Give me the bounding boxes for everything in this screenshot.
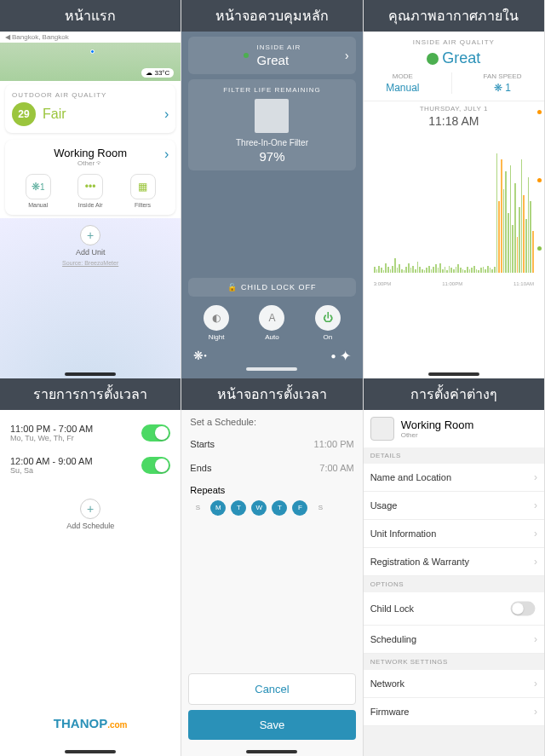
network-group: NETWORK SETTINGS <box>364 654 544 670</box>
ctrl-label: On <box>324 333 333 341</box>
ctrl-label: Night <box>209 333 225 341</box>
aqi-status: Fair <box>43 107 66 122</box>
home-indicator <box>246 750 297 753</box>
item-label: Name and Location <box>370 472 451 482</box>
aq-chart[interactable]: 3:00PM 11:00PM 11:10AM <box>367 135 541 288</box>
source-label: Source: BreezoMeter <box>0 260 181 266</box>
map[interactable]: ☁ 33°C <box>0 43 181 81</box>
tile-label: Manual <box>28 202 48 208</box>
outdoor-aq-label: OUTDOOR AIR QUALITY <box>12 91 169 99</box>
aqi-badge: 29 <box>12 102 36 126</box>
temperature-value: 33°C <box>154 69 169 77</box>
add-unit-label: Add Unit <box>0 248 181 257</box>
child-lock-button[interactable]: 🔓 CHILD LOCK OFF <box>188 278 355 297</box>
starts-label: Starts <box>190 439 215 449</box>
filter-card[interactable]: FILTER LIFE REMAINING Three-In-One Filte… <box>188 79 355 170</box>
day-3[interactable]: W <box>251 500 267 516</box>
chevron-right-icon: › <box>534 706 537 718</box>
save-button[interactable]: Save <box>188 710 355 740</box>
day-1[interactable]: M <box>210 500 226 516</box>
schedule-time: 12:00 AM - 9:00 AM <box>10 456 93 466</box>
add-schedule[interactable]: + Add Schedule <box>7 499 174 530</box>
chevron-right-icon[interactable]: › <box>164 107 169 122</box>
header-main: หน้าจอควบคุมหลัก <box>181 0 362 32</box>
mode-block[interactable]: MODEManual <box>386 72 419 94</box>
scheduling-row[interactable]: Scheduling› <box>364 626 544 654</box>
schedule-title: Set a Schedule: <box>190 417 353 427</box>
settings-header[interactable]: Working RoomOther <box>364 410 544 447</box>
schedule-row[interactable]: 12:00 AM - 9:00 AMSu, Sa <box>7 449 174 482</box>
schedule-row[interactable]: 11:00 PM - 7:00 AMMo, Tu, We, Th, Fr <box>7 417 174 449</box>
inside-air-card[interactable]: INSIDE AIR Great › <box>188 37 355 74</box>
room-sub: Other <box>401 431 474 439</box>
outdoor-aq-card[interactable]: OUTDOOR AIR QUALITY 29 Fair › <box>5 84 175 133</box>
ctrl-label: Auto <box>265 333 278 341</box>
starts-row[interactable]: Starts11:00 PM <box>190 432 353 456</box>
chevron-right-icon: › <box>534 633 537 645</box>
add-unit[interactable]: + Add Unit Source: BreezoMeter <box>0 225 181 266</box>
filter-label: FILTER LIFE REMAINING <box>195 86 348 94</box>
item-label: Network <box>370 678 404 689</box>
chart-time: 11:18 AM <box>367 114 541 128</box>
tile-filters[interactable]: ▦Filters <box>130 174 156 208</box>
iaq-value: Great <box>442 49 480 67</box>
list-item[interactable]: Registration & Warranty› <box>364 548 544 576</box>
filter-image-icon <box>255 99 289 133</box>
chevron-right-icon: › <box>534 528 537 540</box>
chevron-right-icon[interactable]: › <box>164 147 169 162</box>
day-4[interactable]: T <box>272 500 287 516</box>
home-background: + Add Unit Source: BreezoMeter <box>0 218 181 378</box>
home-indicator <box>65 750 116 753</box>
options-group: OPTIONS <box>364 576 544 592</box>
temperature-badge: ☁ 33°C <box>141 68 174 78</box>
day-0[interactable]: S <box>190 500 205 516</box>
night-button[interactable]: ◐Night <box>204 305 229 341</box>
dots-icon: ••• <box>77 174 103 199</box>
tile-inside-air[interactable]: •••Inside Air <box>77 174 103 208</box>
fan-icon[interactable]: ❋ <box>193 349 204 362</box>
starts-value: 11:00 PM <box>314 439 354 449</box>
location-dot-icon <box>90 49 95 54</box>
inside-air-value: Great <box>257 53 301 67</box>
item-label: Registration & Warranty <box>370 557 469 567</box>
day-5[interactable]: F <box>292 500 307 516</box>
ends-value: 7:00 AM <box>319 463 353 473</box>
room-card[interactable]: Working Room Other ᯤ › ❋ 1Manual •••Insi… <box>5 140 175 215</box>
plus-icon[interactable]: + <box>80 499 100 519</box>
fan-value: ❋ 1 <box>484 82 522 94</box>
room-name: Working Room <box>401 418 474 431</box>
fan-block[interactable]: FAN SPEED❋ 1 <box>484 72 522 94</box>
fan-icon: ❋ 1 <box>26 174 51 199</box>
plus-icon[interactable]: ✦ <box>340 348 351 364</box>
child-lock-row[interactable]: Child Lock <box>364 592 544 626</box>
cancel-button[interactable]: Cancel <box>188 673 355 705</box>
toggle-switch[interactable] <box>141 457 170 474</box>
tile-manual[interactable]: ❋ 1Manual <box>26 174 51 208</box>
day-2[interactable]: T <box>231 500 246 516</box>
plus-icon[interactable]: + <box>80 225 100 245</box>
header-schedlist: รายการการตั้งเวลา <box>0 378 181 410</box>
toggle-switch[interactable] <box>141 424 170 441</box>
ends-row[interactable]: Ends7:00 AM <box>190 456 353 480</box>
schedule-time: 11:00 PM - 7:00 AM <box>10 424 93 434</box>
chevron-right-icon[interactable]: › <box>345 49 349 62</box>
auto-icon: A <box>259 305 284 331</box>
chevron-right-icon: › <box>534 471 537 483</box>
toggle-switch[interactable] <box>511 601 536 615</box>
filter-icon: ▦ <box>130 174 156 199</box>
header-settings: การตั้งค่าต่างๆ <box>364 378 544 410</box>
x-label: 11:00PM <box>442 281 462 286</box>
unit-thumbnail-icon <box>370 417 394 441</box>
list-item[interactable]: Unit Information› <box>364 520 544 548</box>
schedule-days: Su, Sa <box>10 466 93 475</box>
auto-button[interactable]: AAuto <box>259 305 284 341</box>
add-schedule-label: Add Schedule <box>7 522 174 530</box>
list-item[interactable]: Firmware› <box>364 698 544 726</box>
status-dot-icon <box>427 53 439 65</box>
list-item[interactable]: Network› <box>364 670 544 698</box>
list-item[interactable]: Usage› <box>364 492 544 520</box>
list-item[interactable]: Name and Location› <box>364 464 544 492</box>
power-icon: ⏻ <box>315 305 341 331</box>
day-6[interactable]: S <box>313 500 328 516</box>
power-button[interactable]: ⏻On <box>315 305 341 341</box>
